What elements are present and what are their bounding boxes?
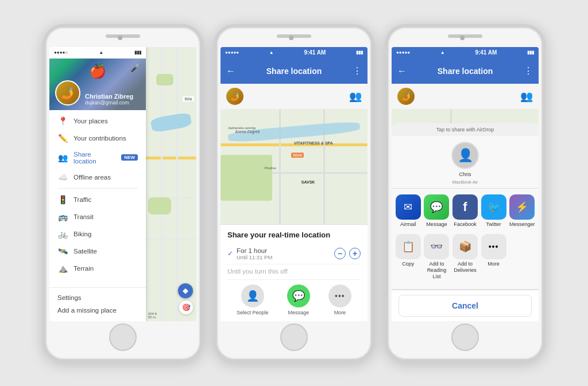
new-badge: NEW	[121, 154, 138, 161]
sidebar-item-biking[interactable]: 🚲 Biking	[49, 225, 146, 243]
user-name: Christian Zibreg	[85, 93, 133, 100]
share-header-title-2: Share location	[240, 67, 348, 76]
settings-item[interactable]: Settings	[57, 291, 138, 304]
work-pin: Work	[291, 153, 304, 158]
share-option-1[interactable]: ✓ For 1 hour Until 11:31 PM − +	[227, 244, 361, 264]
sidebar-item-your-places[interactable]: 📍 Your places	[49, 112, 146, 130]
avatar-bar-2: 🤳 👥	[220, 84, 368, 109]
app-message[interactable]: 💬 Message	[424, 194, 450, 227]
satellite-label: Satellite	[74, 248, 138, 255]
sidebar-item-traffic[interactable]: 🚦 Traffic	[49, 191, 146, 208]
arena-label: Arena Zagreb	[235, 130, 260, 134]
airdrop-people-row: 👤 Chris MacBook Air	[392, 136, 539, 188]
sidebar-item-satellite[interactable]: 🛰️ Satellite	[49, 243, 146, 260]
add-missing-item[interactable]: Add a missing place	[57, 304, 138, 317]
navigate-button[interactable]: ◆	[178, 283, 193, 298]
sidebar-item-contributions[interactable]: ✏️ Your contributions	[49, 130, 146, 147]
option1-label: For 1 hour	[237, 247, 334, 254]
camera-dot-3	[460, 36, 465, 40]
camera-dot	[118, 36, 122, 40]
add-person-3[interactable]: 👥	[520, 90, 533, 103]
more-icon: •••	[328, 284, 351, 307]
share-avatar-2: 🤳	[226, 88, 243, 105]
user-email: dujkan@gmail.com	[85, 100, 133, 106]
message-action[interactable]: 💬 Message	[287, 284, 310, 315]
share-avatar-3: 🤳	[397, 88, 415, 105]
share-actions: 👤 Select People 💬 Message ••• More	[227, 279, 361, 318]
app-more[interactable]: ••• More	[481, 234, 507, 279]
terrain-label: Terrain	[74, 265, 138, 272]
share-header-title-3: Share location	[411, 67, 519, 76]
battery-icon: ▮▮▮	[134, 50, 141, 55]
biking-icon: 🚲	[57, 229, 68, 239]
share-option-2[interactable]: Until you turn this off	[227, 264, 361, 279]
copy-icon: 📋	[396, 234, 421, 259]
savsk-label: SAVSK	[301, 180, 315, 184]
airdrop-avatar: 👤	[451, 142, 479, 169]
sidebar-item-share-location[interactable]: 👥 Share location NEW	[49, 147, 146, 169]
deliveries-label: Add toDeliveries	[454, 261, 477, 274]
vitafitness-label: VITAFITNESS & SPA	[294, 141, 333, 145]
message-app-label: Message	[426, 221, 447, 227]
app-airmail[interactable]: ✉ Airmail	[395, 194, 421, 227]
app-messenger[interactable]: ⚡ Messenger	[509, 194, 535, 227]
back-button-3[interactable]: ←	[397, 66, 407, 76]
wifi-icon: ▲	[99, 50, 103, 55]
increase-button[interactable]: +	[349, 248, 361, 259]
traffic-icon: 🚦	[57, 195, 68, 204]
app-twitter[interactable]: 🐦 Twitter	[481, 194, 507, 227]
phone-2-screen: ●●●●● ▲ 9:41 AM ▮▮▮ ← Share location ⋮ 🤳	[220, 47, 368, 321]
location-button[interactable]: 🎯	[179, 301, 193, 314]
plodine-label: Plodine	[265, 166, 276, 170]
share-panel-title: Share your real-time location	[227, 231, 361, 239]
status-bar-2: ●●●●● ▲ 9:41 AM ▮▮▮	[220, 47, 368, 59]
sidebar-item-offline[interactable]: ☁️ Offline areas	[49, 169, 146, 186]
time-3: 9:41 AM	[475, 49, 497, 56]
phone-1: ●●●●○ ▲ ▮▮▮ 🍎 🎤 🤳 Christian Zibreg	[42, 24, 203, 362]
phone-3-screen: ●●●●● ▲ 9:41 AM ▮▮▮ ← Share location ⋮ 🤳	[392, 47, 539, 321]
airdrop-person-name: Chris	[459, 171, 471, 177]
add-person-button-2[interactable]: 👥	[349, 90, 362, 103]
user-avatar[interactable]: 🤳	[55, 80, 80, 106]
share-bottom-panel: Share your real-time location ✓ For 1 ho…	[220, 224, 368, 321]
more-button-2[interactable]: ⋮	[353, 65, 362, 76]
more-button-3[interactable]: ⋮	[524, 65, 533, 76]
app-reading-list[interactable]: 👓 Add toReading List	[424, 234, 450, 279]
cancel-button[interactable]: Cancel	[399, 295, 532, 317]
terrain-icon: ⛰️	[57, 264, 68, 273]
signal-icon: ●●●●○	[54, 50, 68, 55]
message-icon: 💬	[287, 284, 310, 307]
more-label: More	[334, 310, 346, 315]
copy-label: Copy	[402, 261, 414, 267]
decrease-button[interactable]: −	[334, 248, 346, 259]
sidebar-bottom: Settings Add a missing place	[49, 287, 146, 321]
message-app-icon: 💬	[424, 194, 449, 220]
pin-icon: 📍	[57, 116, 68, 126]
map-view-2: VITAFITNESS & SPA Jadranska avenija Plod…	[220, 109, 368, 224]
traffic-label: Traffic	[74, 196, 138, 203]
sidebar-item-transit[interactable]: 🚌 Transit	[49, 208, 146, 225]
app-facebook[interactable]: f Facebook	[452, 194, 478, 227]
offline-label: Offline areas	[74, 174, 138, 181]
airdrop-person[interactable]: 👤 Chris MacBook Air	[451, 142, 479, 185]
more-action[interactable]: ••• More	[328, 284, 351, 315]
deliveries-icon: 📦	[452, 234, 478, 259]
select-people-action[interactable]: 👤 Select People	[237, 284, 269, 315]
biking-label: Biking	[74, 231, 138, 237]
phone-2: ●●●●● ▲ 9:41 AM ▮▮▮ ← Share location ⋮ 🤳	[214, 24, 374, 362]
offline-icon: ☁️	[57, 173, 68, 182]
app-deliveries[interactable]: 📦 Add toDeliveries	[452, 234, 478, 279]
status-bar-1: ●●●●○ ▲ ▮▮▮	[49, 47, 146, 59]
your-places-label: Your places	[74, 118, 138, 124]
transit-icon: 🚌	[57, 212, 68, 221]
apple-logo-icon: 🍎	[89, 63, 106, 79]
back-button-2[interactable]: ←	[226, 66, 235, 76]
apps-row-2: 📋 Copy 👓 Add toReading List	[395, 234, 535, 279]
twitter-icon: 🐦	[481, 194, 506, 220]
contributions-label: Your contributions	[74, 135, 138, 142]
share-header-2: ← Share location ⋮	[220, 59, 368, 84]
share-header-3: ← Share location ⋮	[392, 59, 539, 84]
app-copy[interactable]: 📋 Copy	[395, 234, 421, 279]
sidebar-item-terrain[interactable]: ⛰️ Terrain	[49, 260, 146, 277]
apps-row-1: ✉ Airmail 💬 Message	[395, 194, 535, 227]
